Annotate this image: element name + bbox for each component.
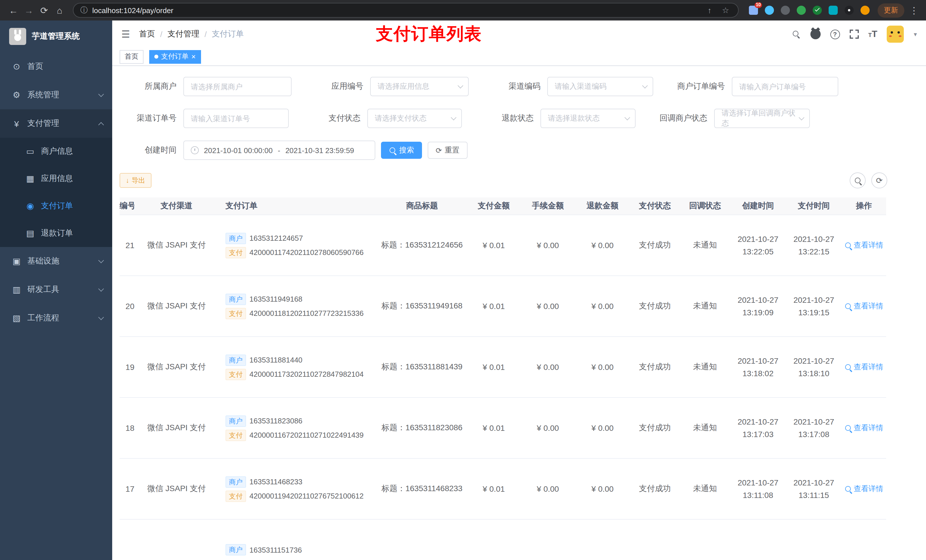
refresh-button[interactable]: ⟳ [872, 172, 887, 189]
extension-check-icon[interactable] [813, 6, 822, 15]
extension-gray-icon[interactable] [781, 6, 790, 15]
github-icon[interactable] [810, 29, 820, 39]
view-detail-link[interactable]: 查看详情 [844, 240, 883, 251]
sidebar-item-home[interactable]: ⊙ 首页 [0, 52, 112, 81]
question-icon[interactable]: ? [830, 29, 840, 39]
filter-label-channel-order-no: 渠道订单号 [120, 113, 177, 124]
top-navbar: ☰ 首页 / 支付管理 / 支付订单 支付订单列表 ? TT ▾ [112, 21, 926, 48]
tab-pay-order[interactable]: 支付订单 × [149, 50, 201, 63]
search-icon[interactable] [792, 30, 800, 38]
breadcrumb-separator: / [204, 30, 207, 39]
channel-pay-no: 4200001167202110271022491439 [250, 431, 364, 439]
bookmark-star-icon[interactable]: ☆ [720, 6, 731, 15]
search-icon [844, 486, 851, 492]
order-cell: 商户1635312124657 支付4200001174202110278060… [219, 215, 377, 276]
caret-down-icon[interactable]: ▾ [914, 30, 917, 38]
id-cell: 17 [120, 459, 135, 519]
sidebar-item-dev-tools[interactable]: ▥ 研发工具 [0, 275, 112, 304]
sidebar-item-merchant-info[interactable]: ▭ 商户信息 [0, 138, 112, 165]
close-icon[interactable]: × [191, 53, 196, 60]
view-detail-link[interactable]: 查看详情 [844, 301, 883, 311]
chevron-down-icon [98, 257, 104, 263]
url-text[interactable]: localhost:1024/pay/order [92, 6, 699, 15]
reload-icon[interactable]: ⟳ [36, 3, 52, 18]
channel-cell: 微信 JSAPI 支付 [135, 337, 219, 397]
forward-icon[interactable]: → [21, 3, 36, 18]
fullscreen-icon[interactable] [849, 30, 858, 39]
app-select[interactable]: 请选择应用信息 [370, 77, 469, 96]
toggle-search-button[interactable] [850, 172, 865, 189]
sidebar-item-label: 基础设施 [27, 256, 94, 266]
view-detail-link[interactable]: 查看详情 [844, 484, 883, 494]
sidebar-item-workflow[interactable]: ▧ 工作流程 [0, 304, 112, 332]
breadcrumb-home[interactable]: 首页 [139, 29, 155, 39]
extension-dark-icon[interactable] [844, 6, 854, 15]
status-cell: 支付成功 [630, 459, 680, 519]
reset-button-label: 重置 [445, 145, 460, 155]
view-detail-link[interactable]: 查看详情 [844, 362, 883, 372]
merchant-order-no: 1635312124657 [250, 234, 303, 242]
table-row: 17 微信 JSAPI 支付 商户1635311468233 支付4200001… [120, 459, 886, 519]
sidebar-item-label: 应用信息 [41, 174, 103, 184]
create-time-range-picker[interactable]: 2021-10-01 00:00:00 - 2021-10-31 23:59:5… [183, 140, 375, 160]
merchant-input[interactable] [183, 77, 292, 96]
merchant-order-no-input[interactable] [732, 77, 838, 96]
yen-icon: ¥ [11, 119, 22, 128]
browser-menu-icon[interactable]: ⋮ [908, 5, 920, 16]
pay-amount-cell: ¥ 0.01 [467, 215, 520, 276]
extension-green-icon[interactable] [797, 6, 806, 15]
url-bar[interactable]: ⓘ localhost:1024/pay/order ↑ ☆ [73, 3, 738, 18]
search-button[interactable]: 搜索 [381, 142, 422, 159]
chevron-down-icon [451, 115, 457, 120]
sidebar-item-system[interactable]: ⚙ 系统管理 [0, 81, 112, 109]
extension-drop-icon[interactable] [765, 6, 774, 15]
chrome-update-button[interactable]: 更新 [878, 3, 904, 17]
site-info-icon[interactable]: ⓘ [80, 5, 88, 15]
sidebar-item-app-info[interactable]: ▦ 应用信息 [0, 165, 112, 192]
extension-orange-icon[interactable] [861, 6, 870, 15]
sidebar-item-payment[interactable]: ¥ 支付管理 [0, 109, 112, 138]
avatar[interactable] [887, 26, 904, 43]
fontsize-icon[interactable]: TT [868, 29, 877, 39]
browser-home-icon[interactable]: ⌂ [52, 3, 67, 18]
channel-code-select[interactable]: 请输入渠道编码 [547, 77, 653, 96]
breadcrumb-pay[interactable]: 支付管理 [168, 29, 199, 39]
channel-order-no-input[interactable] [183, 109, 289, 128]
share-icon[interactable]: ↑ [704, 6, 715, 15]
export-button[interactable]: ↓ 导出 [120, 173, 151, 188]
view-detail-label: 查看详情 [854, 362, 883, 372]
channel-cell: 微信 JSAPI 支付 [135, 459, 219, 519]
channel-pay-no: 4200001174202110278060590766 [250, 248, 364, 257]
back-icon[interactable]: ← [6, 3, 21, 18]
record-icon: ◉ [25, 201, 35, 211]
title-cell: 标题：1635311823086 [377, 397, 467, 459]
document-icon: ▤ [25, 228, 35, 238]
notify-status-select[interactable]: 请选择订单回调商户状态 [714, 109, 810, 128]
tab-home[interactable]: 首页 [120, 50, 144, 63]
extension-teal-icon[interactable] [829, 6, 838, 15]
sidebar-item-pay-order[interactable]: ◉ 支付订单 [0, 192, 112, 220]
extension-grid-icon[interactable]: 10 [749, 6, 758, 15]
merchant-order-no: 1635311881440 [250, 356, 303, 364]
breadcrumb-current: 支付订单 [212, 29, 244, 39]
reset-button[interactable]: ⟳ 重置 [428, 142, 468, 159]
toolbox-icon: ▥ [11, 285, 22, 295]
header-id: 编号 [120, 198, 135, 215]
notify-cell [680, 519, 730, 560]
create-time-cell: 2021-10-2713:17:03 [730, 397, 786, 459]
app-title: 芋道管理系统 [32, 31, 80, 42]
pay-tag: 支付 [225, 429, 246, 441]
pay-status-select[interactable]: 请选择支付状态 [367, 109, 462, 128]
hamburger-icon[interactable]: ☰ [121, 28, 130, 40]
time: 13:11:08 [732, 489, 784, 502]
sidebar-item-infrastructure[interactable]: ▣ 基础设施 [0, 247, 112, 275]
refund-status-select[interactable]: 请选择退款状态 [540, 109, 635, 128]
tags-view-bar: 首页 支付订单 × [112, 48, 926, 66]
status-cell: 支付成功 [630, 397, 680, 459]
sidebar-item-refund-order[interactable]: ▤ 退款订单 [0, 220, 112, 247]
merchant-tag: 商户 [225, 232, 246, 244]
view-detail-link[interactable]: 查看详情 [844, 423, 883, 433]
title-cell: 标题：1635311468233 [377, 459, 467, 519]
order-cell: 商户1635311949168 支付4200001181202110277723… [219, 276, 377, 337]
pay-time-cell: 2021-10-2713:11:15 [786, 459, 842, 519]
